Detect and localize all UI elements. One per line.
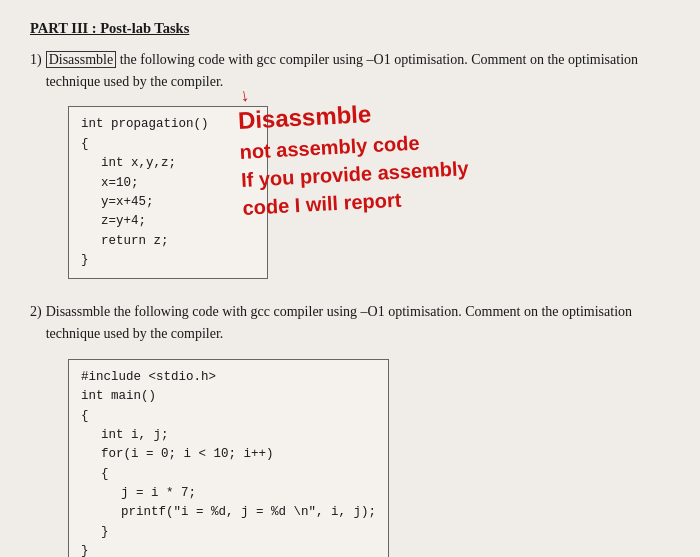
code-line: for(i = 0; i < 10; i++) bbox=[101, 445, 376, 464]
code-line: z=y+4; bbox=[101, 212, 255, 231]
q2-code-block: #include <stdio.h> int main() { int i, j… bbox=[68, 359, 389, 557]
code-line: } bbox=[81, 542, 376, 557]
q1-highlight: Disassmble bbox=[46, 51, 117, 68]
q1-number: 1) bbox=[30, 49, 42, 70]
page: PART III : Post-lab Tasks 1) Disassmble … bbox=[0, 0, 700, 557]
code-line: { bbox=[81, 407, 376, 426]
code-line: int x,y,z; bbox=[101, 154, 255, 173]
code-line: int main() bbox=[81, 387, 376, 406]
code-line: } bbox=[81, 251, 255, 270]
code-line: { bbox=[101, 465, 376, 484]
code-line: int propagation() bbox=[81, 115, 255, 134]
q2-number: 2) bbox=[30, 301, 42, 322]
code-line: y=x+45; bbox=[101, 193, 255, 212]
question-1: 1) Disassmble the following code with gc… bbox=[30, 49, 670, 285]
code-line: int i, j; bbox=[101, 426, 376, 445]
q1-body: Disassmble the following code with gcc c… bbox=[46, 49, 670, 92]
code-line: } bbox=[101, 523, 376, 542]
q1-code-block: int propagation() { int x,y,z; x=10; y=x… bbox=[68, 106, 268, 279]
code-line: j = i * 7; bbox=[121, 484, 376, 503]
question-1-text: 1) Disassmble the following code with gc… bbox=[30, 49, 670, 92]
q2-code-section: #include <stdio.h> int main() { int i, j… bbox=[48, 353, 670, 557]
q1-code-section: int propagation() { int x,y,z; x=10; y=x… bbox=[48, 100, 670, 285]
question-2: 2) Disassmble the following code with gc… bbox=[30, 301, 670, 557]
q2-body: Disassmble the following code with gcc c… bbox=[46, 301, 670, 344]
question-2-text: 2) Disassmble the following code with gc… bbox=[30, 301, 670, 344]
code-line: printf("i = %d, j = %d \n", i, j); bbox=[121, 503, 376, 522]
code-line: #include <stdio.h> bbox=[81, 368, 376, 387]
code-line: x=10; bbox=[101, 174, 255, 193]
code-line: { bbox=[81, 135, 255, 154]
code-line: return z; bbox=[101, 232, 255, 251]
part-heading: PART III : Post-lab Tasks bbox=[30, 20, 670, 37]
